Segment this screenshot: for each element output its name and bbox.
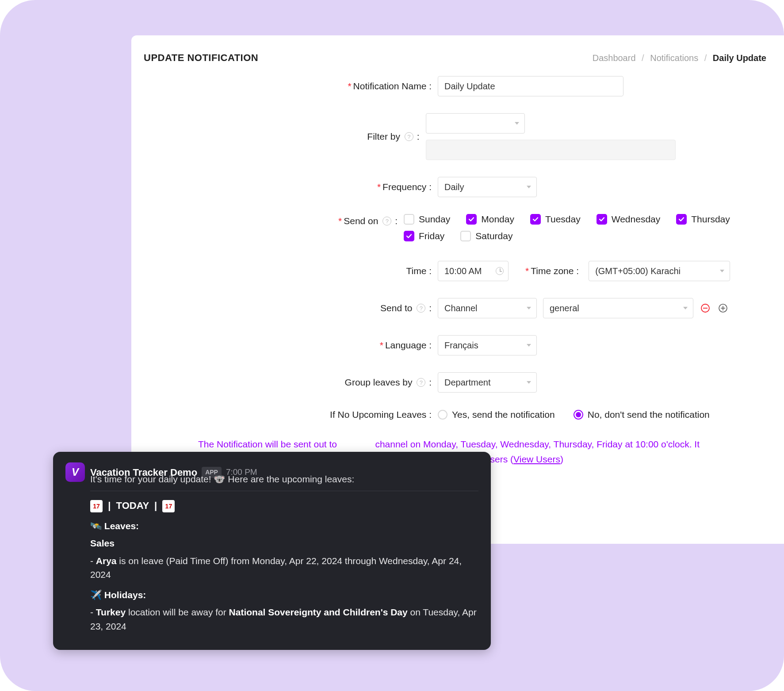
frequency-label: *Frequency : [131,182,438,192]
day-thursday[interactable]: Thursday [676,214,730,225]
holidays-header: ✈️ Holidays: [90,588,478,602]
filter-by-label: Filter by ? : [131,131,426,142]
message-intro: It's time for your daily update! 🐨 Here … [90,472,478,486]
day-wednesday[interactable]: Wednesday [597,214,661,225]
leaves-header: 🛰️ Leaves: [90,519,478,533]
chevron-down-icon [527,381,531,384]
view-users-link[interactable]: View Users [513,454,560,464]
holiday-entry: - Turkey location will be away for Natio… [90,605,478,633]
filter-value-disabled [426,140,676,160]
day-tuesday[interactable]: Tuesday [530,214,581,225]
frequency-select[interactable]: Daily [438,177,537,197]
timezone-label: *Time zone : [525,266,579,276]
page-background: UPDATE NOTIFICATION Dashboard / Notifica… [0,0,784,691]
timezone-select[interactable]: (GMT+05:00) Karachi [589,261,730,281]
department-name: Sales [90,536,478,550]
help-icon[interactable]: ? [405,132,413,141]
days-group: Sunday Monday Tuesday Wednesday Thursday… [404,214,766,244]
clock-icon [496,267,504,275]
filter-by-select[interactable] [426,113,525,134]
group-leaves-label: Group leaves by ? : [131,377,438,388]
group-leaves-select[interactable]: Department [438,372,537,393]
leave-entry: - Arya is on leave (Paid Time Off) from … [90,554,478,582]
time-label: Time : [131,266,438,276]
breadcrumb: Dashboard / Notifications / Daily Update [593,53,766,63]
calendar-icon: 17 [90,500,103,512]
remove-destination-button[interactable] [700,302,711,314]
chevron-down-icon [720,270,724,272]
day-saturday[interactable]: Saturday [460,231,512,241]
breadcrumb-notifications[interactable]: Notifications [650,53,698,63]
name-label: *Notification Name : [131,81,438,92]
add-destination-button[interactable] [717,302,729,314]
day-sunday[interactable]: Sunday [404,214,450,225]
send-to-target-select[interactable]: general [543,298,693,318]
divider [90,491,478,491]
slack-preview-card: V Vacation Tracker Demo APP 7:00 PM It's… [53,452,491,650]
chevron-down-icon [527,186,531,188]
app-logo-icon: V [65,462,85,482]
breadcrumb-dashboard[interactable]: Dashboard [593,53,636,63]
radio-no-send[interactable]: No, don't send the notification [574,409,710,420]
chevron-down-icon [683,307,688,309]
chevron-down-icon [527,344,531,347]
notification-name-input[interactable]: Daily Update [438,76,623,96]
no-upcoming-label: If No Upcoming Leaves : [131,409,438,420]
language-label: *Language : [131,340,438,351]
send-to-label: Send to ? : [131,303,438,313]
day-friday[interactable]: Friday [404,231,444,241]
help-icon[interactable]: ? [417,304,425,313]
today-row: 17 | TODAY | 17 [90,498,478,513]
day-monday[interactable]: Monday [466,214,514,225]
help-icon[interactable]: ? [382,217,391,225]
language-select[interactable]: Français [438,335,537,355]
send-on-label: *Send on ? : [131,214,404,226]
time-input[interactable]: 10:00 AM [438,261,509,281]
chevron-down-icon [527,307,531,309]
send-to-type-select[interactable]: Channel [438,298,537,318]
calendar-icon: 17 [162,500,175,512]
page-title: UPDATE NOTIFICATION [144,52,258,64]
radio-yes-send[interactable]: Yes, send the notification [438,409,555,420]
chevron-down-icon [515,122,519,125]
help-icon[interactable]: ? [417,378,425,387]
breadcrumb-current: Daily Update [713,53,766,63]
